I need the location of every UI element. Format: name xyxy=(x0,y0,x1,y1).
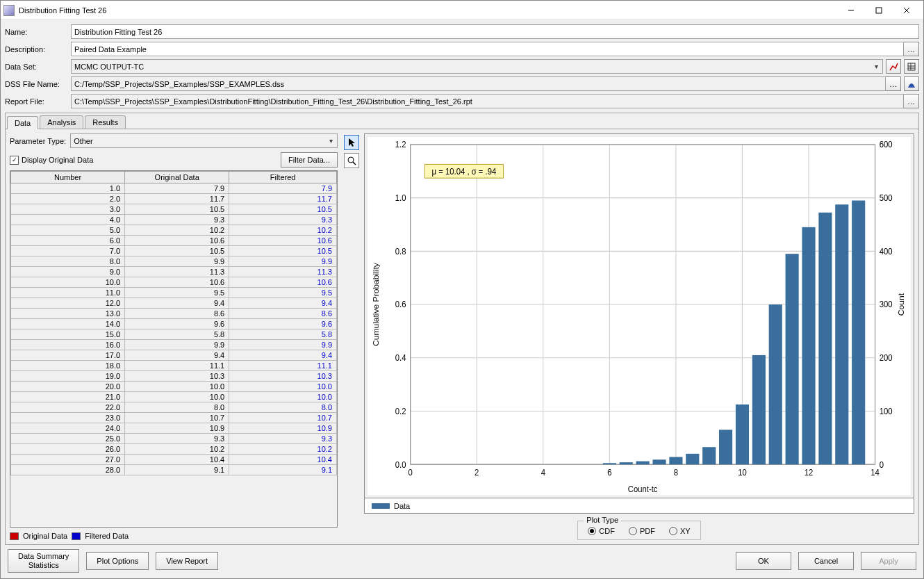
svg-text:300: 300 xyxy=(880,300,893,309)
svg-rect-29 xyxy=(652,459,666,464)
table-row[interactable]: 19.010.310.3 xyxy=(11,371,337,382)
minimize-button[interactable] xyxy=(837,1,865,20)
table-row[interactable]: 10.010.610.6 xyxy=(11,277,337,288)
table-row[interactable]: 15.05.85.8 xyxy=(11,329,337,340)
legend-filtered-swatch xyxy=(72,532,81,540)
dataset-chart-icon[interactable] xyxy=(886,59,901,74)
tab-results[interactable]: Results xyxy=(85,115,126,129)
svg-rect-35 xyxy=(752,355,766,464)
svg-text:12: 12 xyxy=(805,467,814,476)
apply-button[interactable]: Apply xyxy=(861,552,916,570)
dssfile-distribution-icon[interactable] xyxy=(904,76,919,91)
svg-text:0.6: 0.6 xyxy=(395,300,406,309)
table-row[interactable]: 5.010.210.2 xyxy=(11,225,337,236)
plot-type-cdf-radio[interactable]: CDF xyxy=(588,527,615,535)
table-row[interactable]: 11.09.59.5 xyxy=(11,288,337,298)
plot-type-group-label: Plot Type xyxy=(584,516,621,524)
dssfile-ellipsis-button[interactable]: … xyxy=(886,76,901,91)
plot-type-group: Plot Type CDF PDF XY xyxy=(577,521,700,540)
table-row[interactable]: 23.010.710.7 xyxy=(11,413,337,423)
table-row[interactable]: 13.08.68.6 xyxy=(11,309,337,319)
table-row[interactable]: 26.010.210.2 xyxy=(11,444,337,455)
maximize-button[interactable] xyxy=(865,1,893,20)
zoom-tool-button[interactable] xyxy=(344,153,359,168)
svg-text:8: 8 xyxy=(674,467,678,476)
table-row[interactable]: 27.010.410.4 xyxy=(11,455,337,465)
table-row[interactable]: 6.010.610.6 xyxy=(11,236,337,246)
col-filtered[interactable]: Filtered xyxy=(229,172,337,184)
table-row[interactable]: 24.010.910.9 xyxy=(11,423,337,434)
dataset-dropdown[interactable]: MCMC OUTPUT-TC xyxy=(71,59,883,74)
name-field[interactable] xyxy=(71,24,919,39)
plot-options-button[interactable]: Plot Options xyxy=(86,552,149,570)
svg-rect-31 xyxy=(686,454,699,464)
display-original-checkbox[interactable]: ✓ xyxy=(10,156,19,165)
svg-text:Count: Count xyxy=(896,293,905,316)
svg-text:14: 14 xyxy=(871,467,880,476)
legend-filtered-label: Filtered Data xyxy=(85,532,129,540)
description-ellipsis-button[interactable]: … xyxy=(904,42,919,56)
table-row[interactable]: 14.09.69.6 xyxy=(11,319,337,329)
svg-rect-4 xyxy=(908,63,915,70)
description-field[interactable] xyxy=(71,42,904,56)
ok-button[interactable]: OK xyxy=(736,552,791,570)
table-row[interactable]: 1.07.97.9 xyxy=(11,184,337,194)
plot-type-pdf-radio[interactable]: PDF xyxy=(629,527,655,535)
chart-area[interactable]: 024681012140.00.20.40.60.81.01.201002003… xyxy=(364,133,914,498)
tab-strip: Data Analysis Results xyxy=(6,113,918,129)
table-row[interactable]: 21.010.010.0 xyxy=(11,392,337,402)
titlebar: Distribution Fitting Test 26 xyxy=(1,1,923,20)
close-button[interactable] xyxy=(893,1,921,20)
table-row[interactable]: 18.011.111.1 xyxy=(11,361,337,371)
pointer-tool-button[interactable] xyxy=(344,135,359,150)
svg-rect-28 xyxy=(636,462,650,465)
svg-text:0: 0 xyxy=(880,459,884,468)
tab-data[interactable]: Data xyxy=(7,116,38,129)
svg-text:Cumulative Probability: Cumulative Probability xyxy=(372,263,381,346)
svg-rect-26 xyxy=(603,463,616,464)
chart-legend-swatch xyxy=(372,503,390,509)
svg-rect-30 xyxy=(669,457,682,464)
table-row[interactable]: 9.011.311.3 xyxy=(11,267,337,277)
data-table-scroll[interactable]: Number Original Data Filtered 1.07.97.92… xyxy=(10,171,337,527)
table-row[interactable]: 16.09.99.9 xyxy=(11,340,337,350)
table-row[interactable]: 4.09.39.3 xyxy=(11,215,337,225)
table-row[interactable]: 28.09.19.1 xyxy=(11,465,337,475)
cancel-button[interactable]: Cancel xyxy=(798,552,854,570)
view-report-button[interactable]: View Report xyxy=(156,552,218,570)
svg-text:4: 4 xyxy=(541,467,546,476)
svg-text:1.0: 1.0 xyxy=(395,193,406,202)
table-row[interactable]: 25.09.39.3 xyxy=(11,434,337,444)
svg-text:0.4: 0.4 xyxy=(395,353,406,362)
col-original-data[interactable]: Original Data xyxy=(125,172,229,184)
table-row[interactable]: 22.08.08.0 xyxy=(11,402,337,413)
svg-rect-33 xyxy=(719,430,732,464)
data-table: Number Original Data Filtered 1.07.97.92… xyxy=(10,171,337,475)
reportfile-field: C:\Temp\SSP_Projects\SSP_Examples\Distri… xyxy=(71,94,904,108)
svg-text:100: 100 xyxy=(880,407,893,416)
svg-point-8 xyxy=(348,157,354,163)
svg-rect-41 xyxy=(852,200,865,464)
parameter-type-dropdown[interactable]: Other xyxy=(70,133,338,148)
table-row[interactable]: 17.09.49.4 xyxy=(11,350,337,361)
plot-type-xy-radio[interactable]: XY xyxy=(669,527,691,535)
reportfile-label: Report File: xyxy=(5,97,71,106)
svg-rect-39 xyxy=(818,213,832,464)
filter-data-button[interactable]: Filter Data... xyxy=(281,152,338,168)
chart-legend: Data xyxy=(364,498,914,514)
svg-text:0.2: 0.2 xyxy=(395,407,406,416)
table-row[interactable]: 12.09.49.4 xyxy=(11,298,337,309)
reportfile-ellipsis-button[interactable]: … xyxy=(904,94,919,108)
table-row[interactable]: 8.09.99.9 xyxy=(11,256,337,267)
svg-text:1.2: 1.2 xyxy=(395,140,406,149)
data-summary-statistics-button[interactable]: Data SummaryStatistics xyxy=(8,549,79,573)
svg-text:Count-tc: Count-tc xyxy=(628,484,658,493)
table-row[interactable]: 20.010.010.0 xyxy=(11,382,337,392)
col-number[interactable]: Number xyxy=(11,172,125,184)
table-row[interactable]: 7.010.510.5 xyxy=(11,246,337,256)
tab-analysis[interactable]: Analysis xyxy=(40,115,83,129)
table-row[interactable]: 3.010.510.5 xyxy=(11,204,337,215)
dataset-table-icon[interactable] xyxy=(904,59,919,74)
chart-legend-label: Data xyxy=(394,502,410,510)
table-row[interactable]: 2.011.711.7 xyxy=(11,194,337,204)
